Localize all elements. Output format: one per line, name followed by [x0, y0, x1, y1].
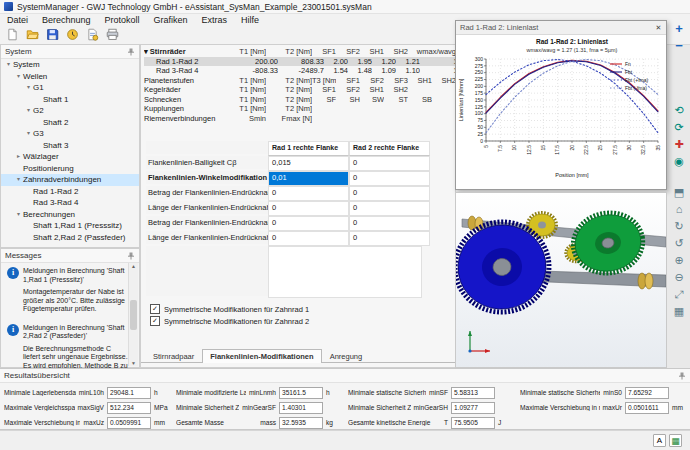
result-value-field[interactable]: 1.09277: [451, 402, 495, 414]
mod-value-rad1[interactable]: 0: [268, 231, 349, 246]
result-value-field[interactable]: 32.5935: [279, 417, 323, 429]
move-icon[interactable]: ✚: [671, 137, 687, 152]
sidebar-item-zahnradverbindungen[interactable]: ▾Zahnradverbindungen: [1, 174, 139, 186]
zoom-fit-icon[interactable]: ◉: [671, 154, 687, 169]
chevron-down-icon[interactable]: ▾: [4, 59, 13, 71]
menu-item-hilfe[interactable]: Hilfe: [234, 14, 266, 27]
result-value-field[interactable]: 0.0501611: [625, 402, 669, 414]
result-value-field[interactable]: 512.234: [107, 402, 151, 414]
tab-flankenlinien-modifikationen[interactable]: Flankenlinien-Modifikationen: [202, 349, 321, 363]
pin-icon[interactable]: [678, 372, 686, 380]
protocol-button[interactable]: [84, 28, 100, 43]
chevron-down-icon[interactable]: ▾: [14, 71, 23, 83]
calculate-button[interactable]: [64, 28, 80, 43]
gear-table-row: ▾ StirnräderT1 [Nm]T2 [Nm]SF1SF2SH1SH2wm…: [144, 47, 455, 57]
view-zoom-out-icon[interactable]: ⊖: [671, 270, 687, 285]
result-value-field[interactable]: 1.40301: [279, 402, 323, 414]
pin-icon[interactable]: [127, 48, 135, 56]
sidebar-item-rad-3-rad-4[interactable]: Rad 3-Rad 4: [1, 197, 139, 209]
tab-anregung[interactable]: Anregung: [322, 349, 371, 362]
chart-window-titlebar[interactable]: Rad 1-Rad 2: Linienlast ✕: [456, 21, 666, 35]
tab-stirnradpaar[interactable]: Stirnradpaar: [145, 349, 202, 362]
new-file-button[interactable]: [4, 28, 20, 43]
3d-viewport[interactable]: [455, 192, 667, 368]
font-button[interactable]: A: [653, 434, 666, 447]
menu-item-grafiken[interactable]: Grafiken: [147, 14, 195, 27]
mod-value-rad2[interactable]: 0: [349, 216, 430, 231]
message-item: iMeldungen in Berechnung 'Shaft 2,Rad 2 …: [1, 320, 139, 369]
mod-value-rad2[interactable]: 0: [349, 201, 430, 216]
zoom-in-icon[interactable]: +: [671, 21, 687, 36]
sidebar-item-shaft-3[interactable]: Shaft 3: [1, 140, 139, 152]
sidebar-item-system[interactable]: ▾System: [1, 59, 139, 71]
chart-window: Rad 1-Rad 2: Linienlast ✕ 02550751001251…: [455, 20, 667, 190]
view-home-icon[interactable]: ⌂: [671, 202, 687, 217]
sidebar-item-shaft-1-rad-1-presssitz-[interactable]: Shaft 1,Rad 1 (Presssitz): [1, 220, 139, 232]
chevron-down-icon[interactable]: ▾: [14, 209, 23, 221]
zoom-out-icon[interactable]: −: [671, 38, 687, 53]
result-value-field[interactable]: 29048.1: [107, 387, 151, 399]
view-iso-icon[interactable]: ⬒: [671, 185, 687, 200]
mod-value-rad2[interactable]: 0: [349, 156, 430, 171]
checkbox-icon[interactable]: ✓: [150, 316, 160, 326]
scroll-up-icon[interactable]: ▲: [131, 263, 136, 269]
pin-icon[interactable]: [127, 252, 135, 260]
gear-pair-row[interactable]: Rad 1-Rad 2200.00808.332.001.951.201.211…: [144, 57, 455, 67]
rotate-ccw-icon[interactable]: ⟲: [671, 103, 687, 118]
result-value-field[interactable]: 0.0509991: [107, 417, 151, 429]
result-value-field[interactable]: 35161.5: [279, 387, 323, 399]
view-rotate-left-icon[interactable]: ↺: [671, 236, 687, 251]
scrollbar-thumb[interactable]: [130, 300, 137, 330]
view-pan-icon[interactable]: ⤢: [671, 287, 687, 302]
sidebar-item-g2[interactable]: ▾G2: [1, 105, 139, 117]
chevron-down-icon[interactable]: ▾: [24, 82, 33, 94]
save-button[interactable]: [44, 28, 60, 43]
sidebar-item-shaft-2-rad-2-passfeder-[interactable]: Shaft 2,Rad 2 (Passfeder): [1, 232, 139, 244]
sidebar-item-g1[interactable]: ▾G1: [1, 82, 139, 94]
sidebar-item-rad-1-rad-2[interactable]: Rad 1-Rad 2: [1, 186, 139, 198]
menu-item-datei[interactable]: Datei: [0, 14, 35, 27]
messages-scrollbar[interactable]: ▲ ▼: [128, 263, 138, 366]
mod-value-rad1[interactable]: 0,015: [268, 156, 349, 171]
menu-item-berechnung[interactable]: Berechnung: [35, 14, 98, 27]
corner-cell: [146, 141, 268, 154]
view-zoom-in-icon[interactable]: ⊕: [671, 253, 687, 268]
chevron-right-icon[interactable]: ▸: [14, 151, 23, 163]
sidebar-item-shaft-2[interactable]: Shaft 2: [1, 117, 139, 129]
close-icon[interactable]: ✕: [653, 23, 664, 33]
mod-value-rad2[interactable]: 0: [349, 231, 430, 246]
mod-value-rad2[interactable]: 0: [349, 171, 430, 186]
checkbox-icon[interactable]: ✓: [150, 304, 160, 314]
mod-value-rad1[interactable]: 0,01: [268, 171, 349, 186]
grid-icon[interactable]: ▦: [669, 434, 682, 447]
menu-item-extras[interactable]: Extras: [195, 14, 235, 27]
result-value-field[interactable]: 75.9505: [451, 417, 495, 429]
menu-item-protokoll[interactable]: Protokoll: [98, 14, 147, 27]
message-text: Meldungen in Berechnung 'Shaft 1,Rad 1 (…: [23, 267, 129, 318]
result-value-field[interactable]: 5.58313: [451, 387, 495, 399]
tree-item-label: Shaft 2: [43, 117, 68, 129]
sidebar-item-g3[interactable]: ▾G3: [1, 128, 139, 140]
mod-value-rad1[interactable]: 0: [268, 186, 349, 201]
chevron-down-icon[interactable]: ▾: [14, 174, 23, 186]
gear-pair-row[interactable]: Rad 3-Rad 4-808.33-2489.71.541.481.091.1…: [144, 66, 455, 76]
mod-value-rad1[interactable]: 0: [268, 201, 349, 216]
chevron-down-icon[interactable]: ▾: [24, 105, 33, 117]
sidebar-item-wellen[interactable]: ▾Wellen: [1, 71, 139, 83]
chevron-down-icon[interactable]: ▾: [24, 128, 33, 140]
result-code: minGearSH: [414, 404, 448, 411]
mod-value-rad1[interactable]: 0: [268, 216, 349, 231]
print-button[interactable]: [104, 28, 120, 43]
mod-value-rad2[interactable]: 0: [349, 186, 430, 201]
sidebar-item-w-lzlager[interactable]: ▸Wälzlager: [1, 151, 139, 163]
view-rotate-right-icon[interactable]: ↻: [671, 219, 687, 234]
sidebar-item-berechnungen[interactable]: ▾Berechnungen: [1, 209, 139, 221]
view-grid-icon[interactable]: ▦: [671, 304, 687, 319]
sidebar-item-positionierung[interactable]: Positionierung: [1, 163, 139, 175]
result-value-field[interactable]: 7.65292: [625, 387, 669, 399]
rotate-cw-icon[interactable]: ⟳: [671, 120, 687, 135]
scroll-down-icon[interactable]: ▼: [131, 360, 136, 366]
symmetry-checkbox-row: ✓Symmetrische Modifikationen für Zahnrad…: [146, 315, 309, 327]
open-button[interactable]: [24, 28, 40, 43]
sidebar-item-shaft-1[interactable]: Shaft 1: [1, 94, 139, 106]
